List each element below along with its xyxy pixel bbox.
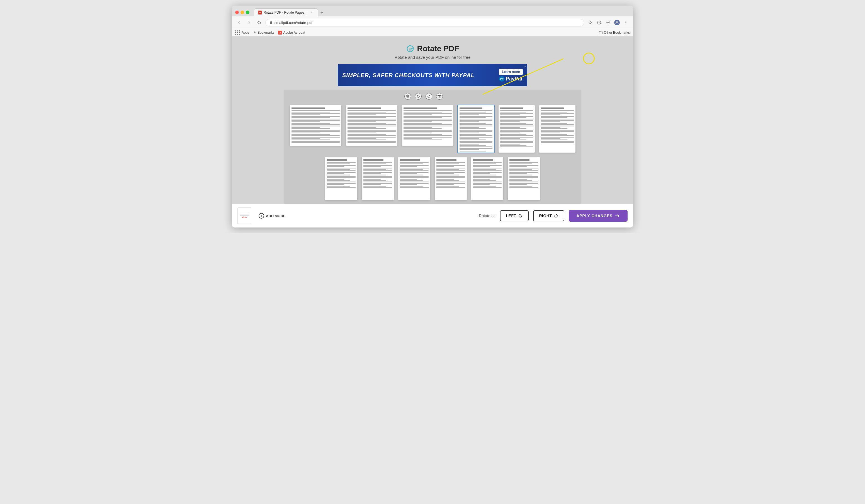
add-more-button[interactable]: + ADD MORE bbox=[256, 211, 288, 220]
apps-grid-icon bbox=[235, 30, 241, 35]
menu-button[interactable] bbox=[622, 19, 630, 26]
apps-bookmark[interactable]: Apps bbox=[235, 30, 249, 35]
apply-changes-label: APPLY CHANGES bbox=[577, 213, 612, 218]
rotate-right-all-button[interactable]: RIGHT bbox=[533, 210, 564, 221]
bookmarks-item[interactable]: Bookmarks bbox=[253, 31, 274, 35]
add-more-label: ADD MORE bbox=[266, 214, 286, 218]
pdf-page-6[interactable] bbox=[539, 105, 575, 153]
profile-button[interactable] bbox=[613, 19, 621, 26]
left-button-label: LEFT bbox=[506, 213, 516, 218]
rotate-all-label: Rotate all bbox=[479, 213, 495, 218]
svg-point-8 bbox=[626, 24, 626, 24]
pdf-page-8[interactable] bbox=[362, 157, 394, 200]
ad-learn-more[interactable]: Learn more bbox=[499, 69, 523, 75]
maximize-window-button[interactable] bbox=[246, 11, 250, 14]
bookmarks-label: Bookmarks bbox=[257, 31, 274, 35]
back-button[interactable] bbox=[235, 19, 243, 26]
star-icon bbox=[253, 31, 256, 34]
reload-button-2[interactable] bbox=[595, 19, 603, 26]
active-tab[interactable]: P Rotate PDF - Rotate Pages On... × bbox=[254, 8, 318, 16]
zoom-button[interactable] bbox=[404, 93, 411, 100]
adobe-acrobat-bookmark[interactable]: A Adobe Acrobat bbox=[278, 31, 305, 35]
page-content-lines bbox=[327, 159, 356, 199]
page-content-lines bbox=[460, 107, 493, 152]
forward-button[interactable] bbox=[245, 19, 253, 26]
pdf-page-4-selected[interactable] bbox=[458, 105, 494, 153]
page-title: Rotate PDF bbox=[417, 44, 459, 53]
arrow-right-icon bbox=[615, 213, 620, 218]
svg-point-4 bbox=[608, 22, 609, 23]
right-button-label: RIGHT bbox=[539, 213, 552, 218]
nav-bar: smallpdf.com/rotate-pdf bbox=[232, 16, 633, 29]
new-tab-button[interactable]: + bbox=[318, 9, 326, 16]
traffic-lights bbox=[235, 11, 250, 14]
pdf-icon-area: PDF bbox=[238, 208, 251, 224]
ad-close-button[interactable]: ✕ bbox=[524, 65, 526, 68]
page-content-lines bbox=[473, 159, 501, 199]
svg-point-7 bbox=[626, 22, 626, 23]
folder-icon bbox=[599, 31, 603, 34]
page-subtitle: Rotate and save your PDF online for free bbox=[232, 55, 633, 60]
tab-favicon: P bbox=[258, 11, 262, 14]
ad-banner: SIMPLER, SAFER CHECKOUTS WITH PAYPAL Lea… bbox=[338, 64, 527, 86]
settings-button[interactable] bbox=[604, 19, 612, 26]
page-content-lines bbox=[436, 159, 465, 199]
pdf-page-11[interactable] bbox=[471, 157, 503, 200]
ad-text: SIMPLER, SAFER CHECKOUTS WITH PAYPAL bbox=[342, 72, 475, 79]
close-window-button[interactable] bbox=[235, 11, 239, 14]
svg-point-6 bbox=[626, 21, 626, 22]
page-content-lines bbox=[509, 159, 538, 199]
pdf-page-2[interactable] bbox=[346, 105, 397, 145]
svg-text:P: P bbox=[260, 12, 261, 14]
bookmarks-bar: Apps Bookmarks A Adobe Acrobat Other Boo… bbox=[232, 29, 633, 36]
apply-changes-button[interactable]: APPLY CHANGES bbox=[569, 210, 627, 222]
pdf-row-2 bbox=[289, 157, 576, 200]
rotate-left-icon bbox=[518, 213, 522, 218]
pdf-page-7[interactable] bbox=[325, 157, 357, 200]
rotate-left-all-button[interactable]: LEFT bbox=[500, 210, 529, 221]
svg-point-5 bbox=[616, 21, 618, 23]
tab-bar: P Rotate PDF - Rotate Pages On... × + bbox=[254, 8, 630, 16]
nav-right-buttons bbox=[586, 19, 630, 26]
adobe-icon: A bbox=[278, 31, 282, 35]
pdf-page-3[interactable] bbox=[402, 105, 453, 145]
ad-right-area: Learn more PP PayPal bbox=[499, 69, 523, 82]
page-content: Rotate PDF Rotate and save your PDF onli… bbox=[232, 36, 633, 227]
bookmark-star-button[interactable] bbox=[586, 19, 594, 26]
pdf-page-1[interactable] bbox=[290, 105, 342, 145]
pdf-page-5[interactable] bbox=[498, 105, 535, 153]
minimize-window-button[interactable] bbox=[241, 11, 244, 14]
page-content-lines bbox=[347, 107, 396, 144]
pdf-row-1 bbox=[289, 105, 576, 153]
tab-close-button[interactable]: × bbox=[310, 11, 314, 14]
page-title-area: Rotate PDF bbox=[232, 44, 633, 53]
adobe-acrobat-label: Adobe Acrobat bbox=[283, 31, 305, 35]
svg-rect-10 bbox=[410, 48, 412, 51]
address-text: smallpdf.com/rotate-pdf bbox=[275, 21, 580, 25]
apps-label: Apps bbox=[242, 31, 249, 35]
svg-text:PP: PP bbox=[500, 78, 504, 81]
lock-icon bbox=[269, 21, 273, 25]
page-content-lines bbox=[541, 107, 574, 151]
rotate-right-button[interactable] bbox=[426, 93, 432, 100]
page-content-lines bbox=[404, 107, 452, 144]
pdf-icon-lines bbox=[240, 213, 249, 215]
reload-button[interactable] bbox=[255, 19, 263, 26]
bottom-bar: PDF + ADD MORE Rotate all LEFT RIGHT bbox=[232, 204, 633, 227]
svg-line-14 bbox=[408, 97, 410, 98]
address-bar[interactable]: smallpdf.com/rotate-pdf bbox=[265, 19, 584, 26]
page-content-lines bbox=[291, 107, 340, 144]
pdf-container bbox=[284, 90, 581, 204]
paypal-icon: PP bbox=[499, 76, 505, 82]
other-bookmarks-area: Other Bookmarks bbox=[599, 31, 630, 35]
rotate-pdf-icon bbox=[406, 45, 414, 53]
pdf-page-12[interactable] bbox=[508, 157, 540, 200]
other-bookmarks-label: Other Bookmarks bbox=[604, 31, 630, 35]
pdf-page-9[interactable] bbox=[398, 157, 430, 200]
pdf-page-10[interactable] bbox=[435, 157, 467, 200]
page-content-lines bbox=[500, 107, 533, 151]
page-content-lines bbox=[364, 159, 392, 199]
delete-page-button[interactable] bbox=[436, 93, 443, 100]
add-more-icon: + bbox=[258, 213, 264, 219]
rotate-left-button[interactable] bbox=[415, 93, 422, 100]
